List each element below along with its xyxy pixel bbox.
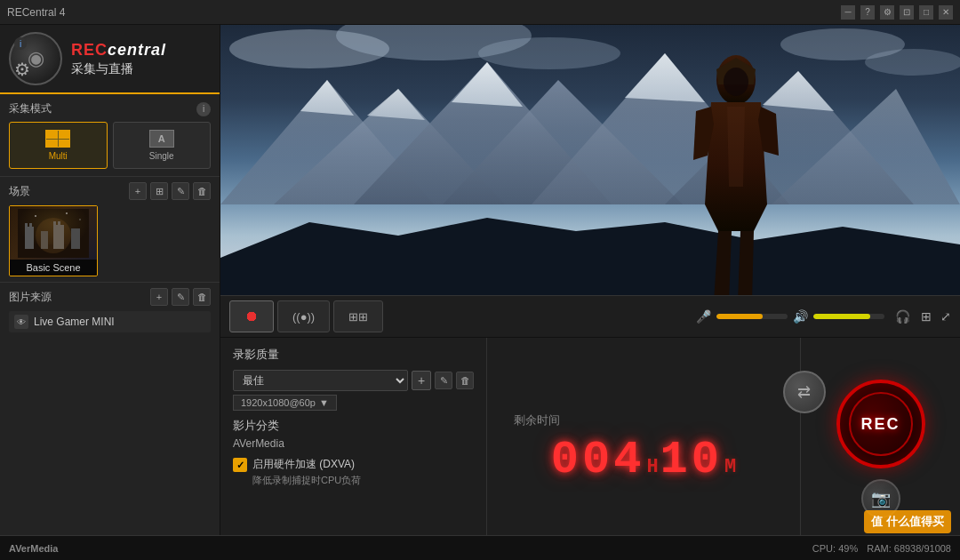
scene-mix-tab[interactable]: ⊞⊞ [333, 300, 383, 332]
scene-header: 场景 + ⊞ ✎ 🗑 [9, 182, 211, 200]
scene-list: Basic Scene [9, 205, 211, 276]
preview-area [220, 25, 960, 295]
timer-minutes: 10 [660, 434, 723, 486]
source-delete-button[interactable]: 🗑 [193, 288, 211, 306]
scene-section: 场景 + ⊞ ✎ 🗑 [0, 177, 220, 283]
source-visibility-icon[interactable]: 👁 [14, 315, 28, 329]
svg-point-40 [724, 68, 748, 96]
scene-item-label: Basic Scene [10, 260, 97, 276]
main-layout: i ◉ ⚙ RECcentral 采集与直播 采集模式 i [0, 25, 960, 560]
speaker-icon[interactable]: 🔊 [793, 309, 808, 324]
content-area: ⏺ ((●)) ⊞⊞ 🎤 🔊 🎧 ⊞ ⤢ [220, 25, 960, 560]
rec-controls: ⇄ REC 📷 [800, 338, 960, 560]
gear-icon: ⚙ [14, 59, 30, 80]
help-button[interactable]: ? [860, 5, 875, 20]
preview-svg [220, 25, 960, 295]
svg-rect-7 [29, 223, 32, 228]
snapshot-camera-icon: 📷 [871, 489, 891, 508]
bottom-bar: AVerMedia CPU: 49% RAM: 68938/91008 [0, 535, 960, 560]
titlebar: RECentral 4 ─ ? ⚙ ⊡ □ ✕ [0, 0, 960, 25]
titlebar-title-area: RECentral 4 [7, 6, 65, 19]
brand-name: RECcentral [71, 41, 166, 60]
source-add-button[interactable]: + [150, 288, 168, 306]
titlebar-controls: ─ ? ⚙ ⊡ □ ✕ [841, 5, 953, 20]
hw-accel-label: 启用硬件加速 (DXVA) [252, 457, 355, 472]
maximize-button[interactable]: □ [919, 5, 933, 20]
scene-add-button[interactable]: + [129, 182, 147, 200]
source-edit-button[interactable]: ✎ [172, 288, 189, 306]
speaker-volume-fill [813, 314, 870, 319]
avermedia-logo: AVerMedia [9, 543, 58, 554]
timer-hours-unit: H [646, 456, 658, 478]
mode-multi-button[interactable]: Multi [9, 122, 108, 169]
quality-delete-button[interactable]: 🗑 [456, 372, 474, 389]
multi-mode-icon [45, 130, 70, 148]
scene-grid-button[interactable]: ⊞ [150, 182, 168, 200]
svg-point-10 [36, 218, 71, 253]
minimize-button[interactable]: ─ [841, 5, 855, 20]
switch-arrows-icon: ⇄ [797, 382, 811, 402]
mic-volume-fill [716, 314, 763, 319]
quality-add-button[interactable]: + [412, 371, 431, 390]
multi-mode-label: Multi [49, 151, 68, 161]
brand-rec: REC [71, 41, 108, 59]
svg-rect-5 [71, 228, 80, 249]
source-item[interactable]: 👁 Live Gamer MINI [9, 311, 211, 332]
remaining-label: 剩余时间 [514, 412, 560, 428]
stream-tab[interactable]: ((●)) [277, 300, 330, 332]
sources-list: 👁 Live Gamer MINI [9, 311, 211, 332]
scene-delete-button[interactable]: 🗑 [193, 182, 211, 200]
status-info: CPU: 49% RAM: 68938/91008 [812, 543, 951, 554]
mixer-icon[interactable]: ⊞ [921, 309, 932, 324]
svg-marker-39 [738, 231, 754, 295]
record-icon: ⏺ [244, 308, 259, 324]
rec-button-inner: REC [849, 392, 913, 456]
mic-volume-slider[interactable] [716, 314, 788, 319]
timer-display: 004 H 10 M [551, 434, 736, 486]
snapshot-button[interactable]: 📷 [861, 479, 900, 518]
sources-actions: + ✎ 🗑 [150, 288, 211, 306]
switch-button[interactable]: ⇄ [783, 371, 826, 413]
scene-edit-button[interactable]: ✎ [172, 182, 189, 200]
capture-mode-label: 采集模式 [9, 101, 52, 116]
resolution-text: 1920x1080@60p [241, 397, 316, 408]
cpu-info: CPU: 49% [812, 543, 858, 554]
sidebar: i ◉ ⚙ RECcentral 采集与直播 采集模式 i [0, 25, 220, 560]
brand-central: central [108, 41, 166, 59]
capture-mode-header: 采集模式 i [9, 101, 211, 116]
mode-single-button[interactable]: A Single [113, 122, 212, 169]
sources-header: 图片来源 + ✎ 🗑 [9, 288, 211, 306]
quality-edit-button[interactable]: ✎ [435, 372, 452, 389]
stream-icon: ((●)) [292, 310, 315, 324]
timer-minutes-unit: M [724, 456, 736, 478]
svg-point-17 [478, 37, 620, 69]
close-button[interactable]: ✕ [939, 5, 953, 20]
resolution-arrow: ▼ [319, 397, 329, 408]
capture-mode-section: 采集模式 i Multi A Single [0, 94, 220, 177]
record-tab[interactable]: ⏺ [229, 300, 274, 332]
svg-point-12 [66, 212, 68, 214]
scene-actions: + ⊞ ✎ 🗑 [129, 182, 211, 200]
logo-subtitle: 采集与直播 [71, 61, 166, 77]
scene-mix-icon: ⊞⊞ [348, 310, 368, 324]
scene-item[interactable]: Basic Scene [9, 205, 98, 276]
ram-info: RAM: 68938/91008 [867, 543, 951, 554]
category-title: 影片分类 [233, 418, 474, 434]
hw-accel-checkbox[interactable]: ✓ [233, 458, 247, 472]
category-value: AVerMedia [233, 437, 474, 450]
expand-icon[interactable]: ⤢ [940, 309, 951, 324]
mode-buttons: Multi A Single [9, 122, 211, 169]
settings-button[interactable]: ⚙ [880, 5, 894, 20]
multi-grid [46, 130, 69, 148]
scene-label: 场景 [9, 184, 30, 199]
speaker-volume-slider[interactable] [813, 314, 884, 319]
headphone-icon[interactable]: 🎧 [895, 309, 910, 324]
mic-icon[interactable]: 🎤 [696, 309, 711, 324]
restore-button[interactable]: ⊡ [900, 5, 914, 20]
quality-select[interactable]: 最佳 [233, 370, 408, 391]
rec-button[interactable]: REC [836, 380, 925, 468]
titlebar-title: RECentral 4 [7, 6, 65, 19]
castle-svg [18, 209, 89, 258]
capture-mode-info-button[interactable]: i [196, 102, 211, 116]
scene-thumbnail [10, 206, 97, 260]
